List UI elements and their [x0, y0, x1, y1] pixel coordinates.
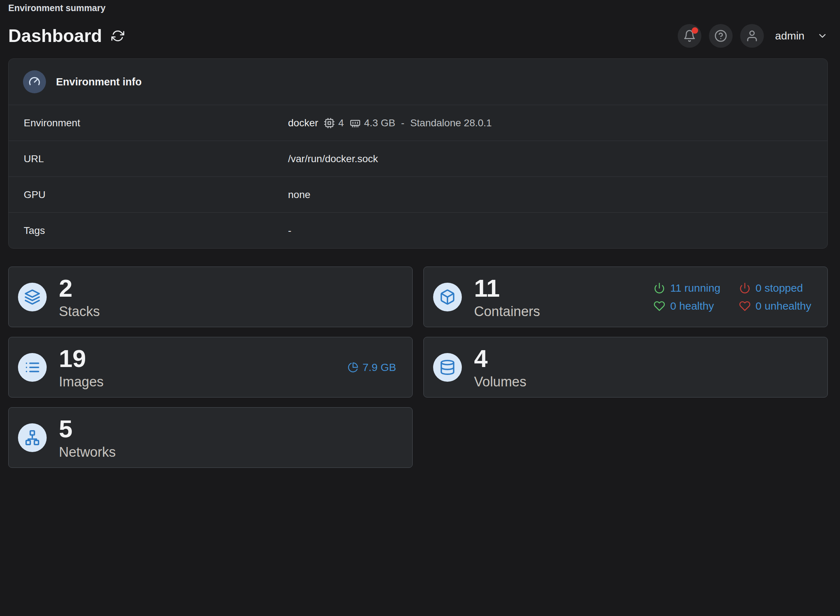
url-row: URL /var/run/docker.sock	[9, 141, 827, 176]
heart-icon	[654, 300, 665, 312]
help-icon	[714, 29, 727, 43]
networks-summary: 5 Networks	[59, 417, 116, 459]
list-icon	[18, 353, 47, 382]
row-label: GPU	[24, 189, 288, 201]
gpu-row: GPU none	[9, 176, 827, 213]
help-button[interactable]	[709, 24, 733, 48]
refresh-button[interactable]	[111, 29, 124, 43]
networks-card[interactable]: 5 Networks	[8, 407, 413, 468]
containers-card[interactable]: 11 Containers 11 running 0 stopped	[424, 267, 828, 327]
platform-version: Standalone 28.0.1	[410, 117, 491, 129]
images-count: 19	[59, 346, 104, 371]
images-card[interactable]: 19 Images 7.9 GB	[8, 337, 413, 397]
heart-icon	[739, 300, 750, 312]
network-icon	[18, 423, 47, 452]
cube-icon	[433, 283, 462, 311]
networks-label: Networks	[59, 445, 116, 459]
volumes-count: 4	[474, 346, 527, 371]
images-size-label: 7.9 GB	[363, 361, 396, 374]
containers-label: Containers	[474, 305, 540, 318]
row-label: Tags	[24, 225, 288, 236]
stacks-label: Stacks	[59, 305, 100, 318]
title-row: Dashboard	[8, 24, 828, 48]
containers-count: 11	[474, 276, 540, 300]
healthy-stat-label: 0 healthy	[670, 300, 714, 312]
pie-chart-icon	[348, 362, 358, 373]
images-size-stat: 7.9 GB	[348, 361, 396, 374]
stopped-stat-label: 0 stopped	[756, 282, 803, 294]
breadcrumb: Environment summary	[8, 3, 828, 13]
cpu-icon	[324, 118, 335, 128]
row-label: URL	[24, 153, 288, 165]
stacks-summary: 2 Stacks	[59, 276, 100, 318]
stacks-card[interactable]: 2 Stacks	[8, 267, 413, 327]
unhealthy-stat-label: 0 unhealthy	[756, 300, 811, 312]
stacks-count: 2	[59, 276, 100, 300]
volumes-label: Volumes	[474, 375, 527, 389]
stopped-stat[interactable]: 0 stopped	[739, 282, 811, 294]
environment-info-card: Environment info Environment docker 4 4.…	[8, 59, 828, 249]
summary-grid: 2 Stacks 11 Containers 11 running	[8, 267, 828, 468]
images-summary: 19 Images	[59, 346, 104, 389]
containers-summary: 11 Containers	[474, 276, 540, 318]
row-label: Environment	[24, 117, 288, 129]
running-stat[interactable]: 11 running	[654, 282, 721, 294]
topbar-actions: admin	[678, 24, 828, 48]
memory-icon	[350, 118, 360, 128]
user-icon	[746, 29, 759, 43]
page-title: Dashboard	[8, 26, 102, 46]
gauge-icon	[23, 70, 46, 93]
tags-row: Tags -	[9, 213, 827, 248]
container-status-stats: 11 running 0 stopped 0 healthy	[654, 282, 811, 312]
environment-row: Environment docker 4 4.3 GB - Standalone…	[9, 105, 827, 141]
dashboard-page: Environment summary Dashboard	[0, 0, 840, 468]
power-icon	[654, 282, 665, 294]
cpu-count: 4	[338, 117, 344, 129]
memory-spec: 4.3 GB	[350, 117, 396, 129]
chevron-down-icon[interactable]	[817, 31, 828, 41]
user-avatar[interactable]	[740, 24, 764, 48]
healthy-stat[interactable]: 0 healthy	[654, 300, 721, 312]
row-value: /var/run/docker.sock	[288, 153, 378, 165]
database-icon	[433, 353, 462, 382]
refresh-icon	[111, 29, 124, 43]
environment-info-title: Environment info	[56, 76, 141, 88]
volumes-summary: 4 Volumes	[474, 346, 527, 389]
networks-count: 5	[59, 417, 116, 441]
environment-name: docker	[288, 117, 318, 129]
title-block: Dashboard	[8, 26, 124, 46]
row-value: -	[288, 225, 291, 236]
memory-amount: 4.3 GB	[364, 117, 396, 129]
volumes-card[interactable]: 4 Volumes	[424, 337, 828, 397]
environment-value: docker 4 4.3 GB - Standalone 28.0.1	[288, 117, 491, 129]
row-value: none	[288, 189, 310, 201]
environment-info-header: Environment info	[9, 59, 827, 105]
cpu-spec: 4	[324, 117, 344, 129]
user-menu-label[interactable]: admin	[775, 30, 805, 42]
layers-icon	[18, 283, 47, 311]
running-stat-label: 11 running	[670, 282, 721, 294]
unhealthy-stat[interactable]: 0 unhealthy	[739, 300, 811, 312]
notification-badge	[692, 27, 698, 34]
images-label: Images	[59, 375, 104, 389]
separator: -	[401, 117, 405, 129]
power-icon	[739, 282, 750, 294]
notifications-button[interactable]	[678, 24, 702, 48]
